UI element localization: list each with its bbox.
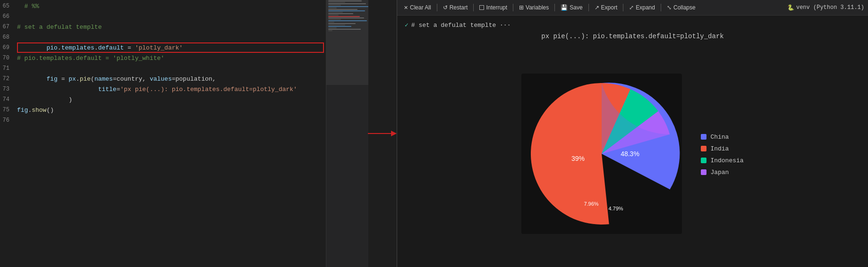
legend-dot-indonesia <box>701 158 706 163</box>
legend-dot-india <box>701 146 706 151</box>
expand-icon: ⤢ <box>629 4 634 11</box>
output-content: ✓ # set a defulat templte ··· px pie(...… <box>397 16 868 267</box>
legend-item-china: China <box>701 134 743 141</box>
export-button[interactable]: ↗ Export <box>592 3 621 12</box>
separator-2 <box>473 4 474 11</box>
minimap <box>326 0 368 267</box>
save-label: Save <box>570 4 582 11</box>
x-icon: ✕ <box>404 5 408 11</box>
restart-button[interactable]: ↺ Restart <box>440 3 471 12</box>
legend-label-china: China <box>710 134 729 141</box>
code-line-74: 74 ) <box>0 94 326 105</box>
chart-title: px pie(...): pio.templates.default=plotl… <box>405 33 860 40</box>
interrupt-button[interactable]: Interrupt <box>477 3 510 12</box>
code-line-66: 66 <box>0 11 326 22</box>
legend-dot-japan <box>701 169 706 175</box>
minimap-viewport <box>326 0 368 85</box>
separator-3 <box>513 4 513 11</box>
toolbar: ✕ Clear All ↺ Restart Interrupt ⊞ Variab… <box>397 0 868 16</box>
code-area: 65 # %% 66 67 # set a defulat templte 68… <box>0 0 326 267</box>
code-line-67: 67 # set a defulat templte <box>0 22 326 32</box>
code-line-69: 69 pio.templates.default = 'plotly_dark' <box>0 42 326 53</box>
code-line-75: 75 fig.show() <box>0 105 326 115</box>
export-label: Export <box>601 4 618 11</box>
save-button[interactable]: 💾 Save <box>558 3 585 12</box>
legend-label-indonesia: Indonesia <box>710 157 743 164</box>
separator-4 <box>554 4 555 11</box>
legend-item-india: India <box>701 145 743 152</box>
china-label: 48.3% <box>621 150 640 158</box>
pie-chart: 48.3% 39% 7.96% 4.79% <box>521 74 682 236</box>
status-text: # set a defulat templte ··· <box>411 22 511 29</box>
code-line-70: 70 # pio.templates.default = 'plotly_whi… <box>0 53 326 63</box>
code-line-76: 76 <box>0 115 326 125</box>
legend: China India Indonesia Japan <box>701 134 743 176</box>
expand-label: Expand <box>636 4 655 11</box>
arrow-connector-area <box>368 0 397 267</box>
indonesia-label: 7.96% <box>584 201 599 207</box>
separator-7 <box>661 4 661 11</box>
legend-label-india: India <box>710 145 729 152</box>
pie-chart-svg: 48.3% 39% 7.96% 4.79% <box>521 74 682 234</box>
restart-label: Restart <box>450 4 468 11</box>
output-panel: ✕ Clear All ↺ Restart Interrupt ⊞ Variab… <box>397 0 868 267</box>
python-icon: 🐍 <box>787 4 794 11</box>
expand-button[interactable]: ⤢ Expand <box>626 3 658 12</box>
separator-1 <box>437 4 437 11</box>
editor-panel: 65 # %% 66 67 # set a defulat templte 68… <box>0 0 326 267</box>
collapse-button[interactable]: ⤡ Collapse <box>664 3 698 12</box>
output-status: ✓ # set a defulat templte ··· <box>405 21 860 29</box>
india-label: 39% <box>571 155 585 162</box>
collapse-label: Collapse <box>673 4 696 11</box>
legend-label-japan: Japan <box>710 169 729 176</box>
clear-all-label: Clear All <box>410 4 431 11</box>
connector-line-svg <box>368 126 397 141</box>
save-icon: 💾 <box>561 4 568 11</box>
chart-container: 48.3% 39% 7.96% 4.79% China India <box>405 48 860 261</box>
restart-icon: ↺ <box>443 4 448 11</box>
clear-all-button[interactable]: ✕ Clear All <box>401 3 434 12</box>
check-icon: ✓ <box>405 21 408 29</box>
japan-label: 4.79% <box>609 206 623 211</box>
variables-icon: ⊞ <box>519 4 524 11</box>
separator-6 <box>623 4 623 11</box>
code-line-73: 73 title='px pie(...): pio.templates.def… <box>0 84 326 94</box>
legend-dot-china <box>701 134 706 140</box>
env-label: venv (Python 3.11.1) <box>796 4 864 11</box>
svg-marker-1 <box>391 131 397 136</box>
legend-item-japan: Japan <box>701 169 743 176</box>
variables-button[interactable]: ⊞ Variables <box>516 3 552 12</box>
env-indicator: 🐍 venv (Python 3.11.1) <box>787 4 864 11</box>
interrupt-label: Interrupt <box>486 4 507 11</box>
collapse-icon: ⤡ <box>667 4 672 11</box>
separator-5 <box>588 4 589 11</box>
export-icon: ↗ <box>595 4 599 11</box>
chart-wrapper: 48.3% 39% 7.96% 4.79% China India <box>521 74 743 236</box>
code-line-65: 65 # %% <box>0 1 326 11</box>
legend-item-indonesia: Indonesia <box>701 157 743 164</box>
variables-label: Variables <box>526 4 549 11</box>
interrupt-icon <box>479 5 484 10</box>
